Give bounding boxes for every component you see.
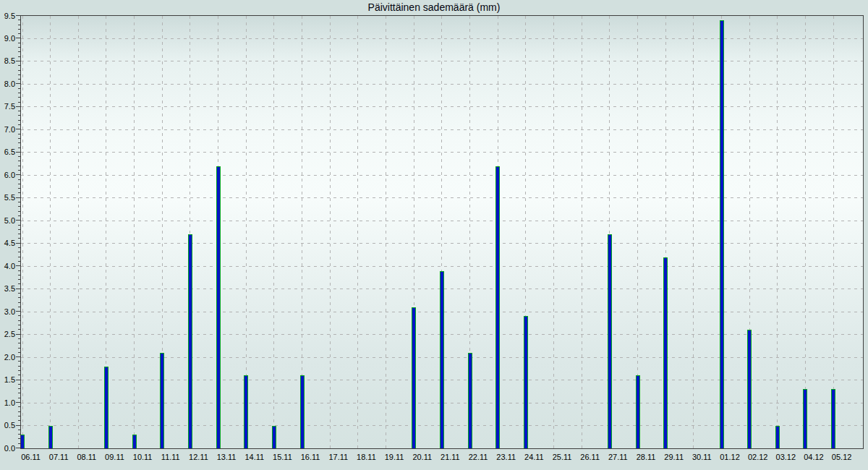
bar bbox=[244, 375, 248, 448]
x-axis-tick-label: 30.11 bbox=[687, 453, 716, 462]
y-axis-minor-tick bbox=[18, 315, 20, 316]
y-axis-minor-tick bbox=[18, 384, 20, 385]
y-axis-major-tick bbox=[16, 38, 20, 38]
y-axis-minor-tick bbox=[18, 65, 20, 66]
y-axis-minor-tick bbox=[18, 443, 20, 444]
bar bbox=[608, 234, 612, 448]
y-axis-tick-label: 2.0 bbox=[0, 353, 15, 362]
x-axis-tick-label: 27.11 bbox=[603, 453, 632, 462]
y-axis-major-tick bbox=[16, 220, 20, 221]
y-axis-minor-tick bbox=[18, 343, 20, 343]
bar bbox=[216, 166, 221, 448]
y-axis-minor-tick bbox=[18, 33, 20, 34]
bar bbox=[775, 426, 780, 448]
bar bbox=[495, 166, 500, 448]
y-axis-major-tick bbox=[16, 311, 20, 312]
y-axis-minor-tick bbox=[18, 238, 20, 239]
y-axis-tick-label: 0.5 bbox=[0, 421, 15, 430]
y-axis-minor-tick bbox=[18, 79, 20, 80]
y-axis-minor-tick bbox=[18, 51, 20, 52]
vertical-gridline bbox=[22, 16, 23, 448]
y-axis-minor-tick bbox=[18, 430, 20, 430]
y-axis-minor-tick bbox=[18, 293, 20, 294]
plot-area bbox=[20, 15, 864, 449]
y-axis-major-tick bbox=[16, 334, 20, 335]
y-axis-tick-label: 1.0 bbox=[0, 398, 15, 407]
bar bbox=[20, 435, 25, 448]
y-axis-minor-tick bbox=[18, 156, 20, 157]
y-axis-minor-tick bbox=[18, 148, 20, 148]
y-axis-minor-tick bbox=[18, 93, 20, 93]
y-axis-tick-label: 8.0 bbox=[0, 80, 15, 88]
bar bbox=[524, 316, 528, 448]
y-axis-minor-tick bbox=[18, 192, 20, 193]
y-axis-minor-tick bbox=[18, 302, 20, 303]
y-axis-minor-tick bbox=[18, 170, 20, 171]
x-axis-tick-label: 22.11 bbox=[464, 453, 493, 462]
x-axis-tick-label: 21.11 bbox=[435, 453, 464, 462]
x-axis-tick-label: 12.11 bbox=[184, 453, 213, 462]
y-axis-tick-label: 5.0 bbox=[0, 216, 15, 225]
bar bbox=[132, 435, 137, 448]
y-axis-minor-tick bbox=[18, 279, 20, 280]
y-axis-minor-tick bbox=[18, 20, 20, 20]
bar bbox=[636, 375, 640, 448]
y-axis-minor-tick bbox=[18, 438, 20, 439]
y-axis-tick-label: 4.0 bbox=[0, 262, 15, 270]
y-axis-minor-tick bbox=[18, 329, 20, 330]
y-axis-minor-tick bbox=[18, 179, 20, 180]
x-axis-tick-label: 03.12 bbox=[771, 453, 800, 462]
y-axis-minor-tick bbox=[18, 211, 20, 212]
y-axis-tick-label: 9.0 bbox=[0, 34, 15, 43]
vertical-gridline bbox=[693, 16, 694, 448]
x-axis-tick-label: 11.11 bbox=[156, 453, 185, 462]
y-axis-minor-tick bbox=[18, 25, 20, 25]
rainfall-chart-page: { "title": "Päivittäinen sademäärä (mm)"… bbox=[0, 0, 868, 470]
x-axis-tick-label: 19.11 bbox=[380, 453, 409, 462]
chart-title: Päivittäinen sademäärä (mm) bbox=[0, 1, 868, 13]
y-axis-minor-tick bbox=[18, 420, 20, 421]
y-axis-minor-tick bbox=[18, 120, 20, 121]
y-axis-minor-tick bbox=[18, 184, 20, 184]
y-axis-minor-tick bbox=[18, 215, 20, 216]
y-axis-minor-tick bbox=[18, 111, 20, 111]
vertical-gridline bbox=[777, 16, 778, 448]
bar bbox=[831, 389, 835, 448]
y-axis-major-tick bbox=[16, 197, 20, 198]
y-axis-tick-label: 2.5 bbox=[0, 330, 15, 338]
x-axis-tick-label: 04.12 bbox=[799, 453, 828, 462]
y-axis-minor-tick bbox=[18, 270, 20, 271]
y-axis-minor-tick bbox=[18, 188, 20, 189]
y-axis-minor-tick bbox=[18, 416, 20, 416]
bar bbox=[272, 426, 276, 448]
x-axis-tick-label: 17.11 bbox=[324, 453, 353, 462]
y-axis-minor-tick bbox=[18, 398, 20, 398]
y-axis-minor-tick bbox=[18, 225, 20, 226]
x-axis-tick-label: 15.11 bbox=[268, 453, 297, 462]
vertical-gridline bbox=[78, 16, 79, 448]
y-axis-major-tick bbox=[16, 425, 20, 426]
x-axis-tick-label: 08.11 bbox=[72, 453, 101, 462]
y-axis-major-tick bbox=[16, 106, 20, 107]
bar bbox=[104, 367, 109, 448]
y-axis-minor-tick bbox=[18, 47, 20, 48]
x-axis-tick-label: 01.12 bbox=[715, 453, 744, 462]
y-axis-minor-tick bbox=[18, 252, 20, 252]
y-axis-tick-label: 7.5 bbox=[0, 102, 15, 111]
y-axis-minor-tick bbox=[18, 388, 20, 389]
y-axis-major-tick bbox=[16, 152, 20, 153]
bar bbox=[803, 389, 807, 448]
bar bbox=[412, 307, 416, 448]
bar bbox=[720, 20, 724, 448]
bar bbox=[440, 271, 444, 448]
y-axis-minor-tick bbox=[18, 229, 20, 230]
y-axis-minor-tick bbox=[18, 297, 20, 298]
y-axis-minor-tick bbox=[18, 142, 20, 143]
bar bbox=[188, 234, 192, 448]
y-axis-minor-tick bbox=[18, 257, 20, 257]
vertical-gridline bbox=[833, 16, 834, 448]
x-axis-tick-label: 16.11 bbox=[296, 453, 325, 462]
y-axis-major-tick bbox=[16, 380, 20, 380]
x-axis-tick-label: 23.11 bbox=[492, 453, 521, 462]
vertical-gridline bbox=[357, 16, 358, 448]
